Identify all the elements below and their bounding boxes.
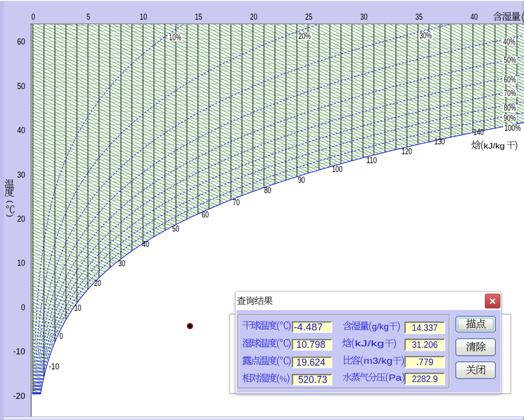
svg-text:-10: -10 xyxy=(13,346,25,356)
svg-text:20: 20 xyxy=(250,12,257,22)
svg-text:kJ/kg: kJ/kg xyxy=(484,142,505,150)
svg-text:kJ/kg: kJ/kg xyxy=(355,338,384,348)
svg-text:31.206: 31.206 xyxy=(412,339,438,350)
svg-text:90%: 90% xyxy=(504,113,516,123)
svg-text:0: 0 xyxy=(21,302,25,312)
svg-text:10: 10 xyxy=(140,12,147,22)
svg-text:19.624: 19.624 xyxy=(296,357,326,368)
svg-text:): ) xyxy=(6,215,15,218)
svg-text:130: 130 xyxy=(434,137,445,146)
svg-text:.779: .779 xyxy=(416,357,433,367)
svg-text:60: 60 xyxy=(17,37,25,46)
svg-text:70: 70 xyxy=(233,198,240,207)
svg-text:30%: 30% xyxy=(419,30,432,40)
svg-text:80%: 80% xyxy=(504,103,516,112)
svg-text:40%: 40% xyxy=(503,37,515,46)
svg-text:100%: 100% xyxy=(504,123,521,133)
svg-text:50: 50 xyxy=(17,81,25,91)
svg-text:120: 120 xyxy=(402,147,412,156)
svg-text:0: 0 xyxy=(31,12,35,22)
svg-text:-4.487: -4.487 xyxy=(294,322,323,333)
svg-text:30: 30 xyxy=(360,12,367,22)
svg-text:-10: -10 xyxy=(49,362,59,371)
svg-text:60%: 60% xyxy=(504,75,516,84)
svg-text:Pa: Pa xyxy=(389,373,402,382)
svg-text:110: 110 xyxy=(366,156,377,165)
svg-text:60: 60 xyxy=(202,210,209,219)
svg-text:50: 50 xyxy=(172,224,179,233)
svg-text:2282.9: 2282.9 xyxy=(412,374,438,384)
svg-text:40: 40 xyxy=(142,240,149,249)
svg-text:g/kg: g/kg xyxy=(372,322,389,331)
svg-text:40: 40 xyxy=(471,12,478,22)
svg-text:10: 10 xyxy=(74,303,81,313)
svg-text:520.73: 520.73 xyxy=(298,374,327,385)
svg-text:-20: -20 xyxy=(13,391,25,401)
svg-text:100: 100 xyxy=(332,165,342,174)
svg-text:5: 5 xyxy=(86,12,90,22)
svg-text:(: ( xyxy=(6,201,15,203)
svg-text:0: 0 xyxy=(60,331,63,341)
svg-text:20%: 20% xyxy=(298,31,311,41)
svg-text:50%: 50% xyxy=(504,55,516,65)
svg-text:20: 20 xyxy=(17,214,25,224)
svg-text:10%: 10% xyxy=(169,32,181,42)
svg-text:10: 10 xyxy=(17,258,25,268)
svg-text:15: 15 xyxy=(195,12,202,22)
svg-text:20: 20 xyxy=(94,278,101,288)
svg-text:25: 25 xyxy=(305,12,312,22)
svg-text:10.798: 10.798 xyxy=(296,339,326,350)
svg-text:30: 30 xyxy=(17,170,25,180)
svg-text:90: 90 xyxy=(298,175,305,185)
svg-text:14.337: 14.337 xyxy=(412,322,438,333)
svg-text:140: 140 xyxy=(473,128,484,137)
svg-text:80: 80 xyxy=(264,186,271,195)
svg-text:40: 40 xyxy=(17,125,25,135)
svg-text:35: 35 xyxy=(416,12,423,22)
svg-text:30: 30 xyxy=(118,259,125,268)
svg-text:m3/kg: m3/kg xyxy=(364,356,393,366)
svg-text:70%: 70% xyxy=(504,88,516,98)
